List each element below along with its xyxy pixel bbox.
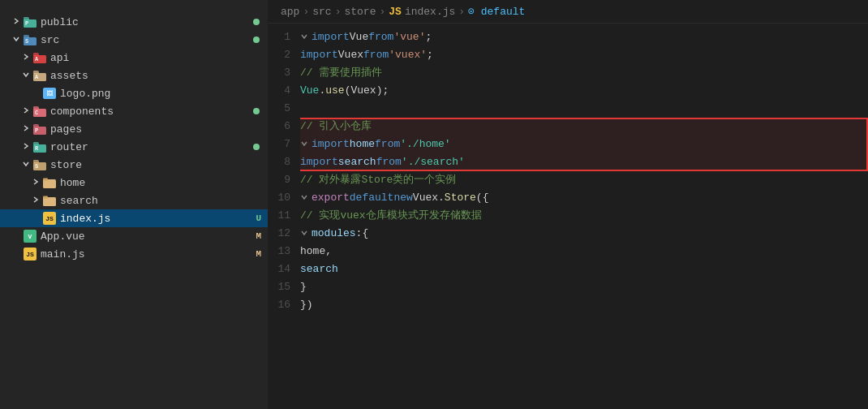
token-punc: . <box>319 82 325 100</box>
chevron-icon <box>19 142 32 153</box>
bc-js: JS <box>389 6 402 18</box>
token-plain: Vue <box>350 28 368 46</box>
token-punc: } <box>300 296 307 314</box>
tree-item-label: api <box>50 52 268 64</box>
code-line: import home from './home' <box>300 136 868 153</box>
expand-chevron-icon <box>300 28 308 46</box>
code-area: 12345678910111213141516 import Vue from … <box>268 24 868 409</box>
tree-item-api[interactable]: A api <box>0 49 268 67</box>
token-kw: import <box>312 28 350 46</box>
token-punc: } <box>300 278 307 296</box>
tree-item-mainjs[interactable]: JSmain.jsM <box>0 245 268 263</box>
line-number: 6 <box>268 118 290 136</box>
code-line <box>300 100 868 118</box>
token-punc: ) <box>307 296 313 314</box>
token-kw: from <box>363 46 389 64</box>
chevron-icon <box>19 53 32 63</box>
tree-item-home[interactable]: home <box>0 174 268 192</box>
token-punc: ); <box>376 82 389 100</box>
tree-item-label: main.js <box>41 248 256 260</box>
token-plain: Vuex. <box>413 189 445 207</box>
tree-item-store[interactable]: S store <box>0 156 268 174</box>
editor-panel: app › src › store › JS index.js › ⊙ defa… <box>268 0 868 409</box>
token-punc: { <box>483 189 489 207</box>
token-punc: ( <box>345 82 351 100</box>
tree-item-assets[interactable]: A assets <box>0 67 268 84</box>
token-prop: modules <box>312 225 356 243</box>
token-kw: import <box>300 46 338 64</box>
chevron-icon <box>19 106 32 117</box>
token-punc: , <box>325 243 332 260</box>
code-line: search <box>300 260 868 278</box>
token-kw: from <box>368 28 393 46</box>
tree-item-src[interactable]: S src <box>0 31 268 49</box>
line-numbers: 12345678910111213141516 <box>268 27 300 406</box>
token-cls: Vue <box>300 82 319 100</box>
line-number: 2 <box>268 46 290 64</box>
code-lines: import Vue from 'vue'; import Vuex from … <box>300 27 868 406</box>
tree-item-label: public <box>41 16 253 28</box>
chevron-icon <box>19 124 32 135</box>
tree-item-router[interactable]: R router <box>0 138 268 156</box>
bc-app: app <box>281 6 299 18</box>
token-cmt: // 需要使用插件 <box>300 64 382 82</box>
api-icon: A <box>32 50 47 65</box>
tree-item-label: search <box>60 195 268 207</box>
code-line: // 实现vuex仓库模块式开发存储数据 <box>300 207 868 225</box>
token-prop: search <box>300 260 338 278</box>
tree-item-label: router <box>50 141 253 153</box>
img-icon: 🖼 <box>42 86 57 101</box>
js-icon: JS <box>23 247 37 261</box>
tree-item-pages[interactable]: P pages <box>0 120 268 138</box>
line-number: 4 <box>268 82 290 100</box>
token-kw: default <box>350 189 394 207</box>
public-icon: P <box>23 15 37 29</box>
bc-filename: index.js <box>405 6 455 18</box>
project-title <box>0 0 268 13</box>
line-number: 5 <box>268 100 290 118</box>
line-number: 9 <box>268 171 290 189</box>
tree-item-label: logo.png <box>60 88 268 100</box>
code-line: export default new Vuex.Store({ <box>300 189 868 207</box>
tree-item-logo[interactable]: 🖼logo.png <box>0 84 268 102</box>
tree-item-label: store <box>50 159 268 171</box>
router-icon: R <box>32 140 47 154</box>
token-prop: home <box>350 136 375 153</box>
search-folder-icon <box>42 193 57 208</box>
store-icon: S <box>32 157 47 172</box>
tree-item-indexjs[interactable]: JSindex.jsU <box>0 209 268 227</box>
svg-rect-2 <box>43 179 48 181</box>
tree-item-components[interactable]: C components <box>0 102 268 120</box>
bc-src: src <box>312 6 331 18</box>
breadcrumb: app › src › store › JS index.js › ⊙ defa… <box>268 0 868 24</box>
token-str: 'vue' <box>393 28 425 46</box>
home-icon <box>42 175 57 190</box>
tree-item-label: src <box>41 34 253 46</box>
token-fn: use <box>325 82 344 100</box>
line-number: 14 <box>268 260 290 278</box>
code-line: import Vue from 'vue'; <box>300 28 868 46</box>
line-number: 12 <box>268 225 290 243</box>
token-plain: home <box>300 243 325 260</box>
code-line: // 对外暴露Store类的一个实例 <box>300 171 868 189</box>
token-cmt: // 引入小仓库 <box>300 118 372 136</box>
code-line: modules:{ <box>300 225 868 243</box>
tree-item-label: index.js <box>60 213 256 225</box>
tree-item-search[interactable]: search <box>0 192 268 209</box>
token-kw: from <box>376 153 402 171</box>
svg-rect-5 <box>43 196 48 199</box>
expand-chevron-icon <box>300 225 308 243</box>
tree-item-label: pages <box>50 123 268 136</box>
code-line: import search from './search' <box>300 153 868 171</box>
token-fn: Store <box>445 189 476 207</box>
expand-chevron-icon <box>300 136 308 153</box>
tree-item-label: components <box>50 105 253 118</box>
file-tree: P public S src A api A assets🖼logo.png C… <box>0 13 268 263</box>
tree-item-appvue[interactable]: VApp.vueM <box>0 227 268 245</box>
tree-item-label: App.vue <box>41 230 256 243</box>
token-punc: : <box>356 225 363 243</box>
chevron-icon <box>19 160 32 170</box>
tree-item-label: home <box>60 177 268 189</box>
token-str2: './search' <box>402 153 465 171</box>
tree-item-public[interactable]: P public <box>0 13 268 31</box>
